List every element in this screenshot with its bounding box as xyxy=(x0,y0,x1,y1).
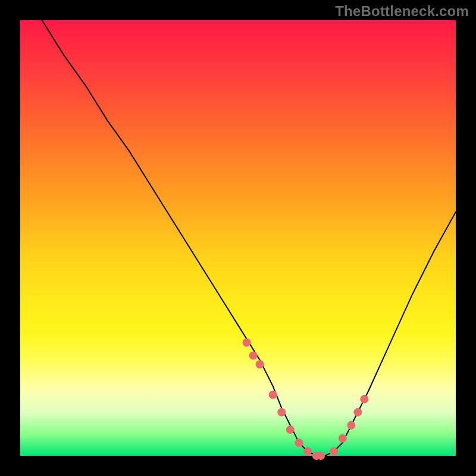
highlight-dot xyxy=(339,434,347,443)
plot-area xyxy=(20,20,456,456)
highlight-dot xyxy=(347,421,355,430)
highlight-dot xyxy=(295,439,303,447)
highlight-dot xyxy=(353,408,362,416)
highlight-dot xyxy=(330,447,338,456)
highlight-dot xyxy=(269,391,277,399)
highlight-dot xyxy=(317,452,325,460)
highlight-dot xyxy=(286,425,295,434)
highlight-dot xyxy=(249,352,258,360)
highlight-dot xyxy=(303,447,312,456)
highlight-dot xyxy=(360,395,368,403)
highlight-dots xyxy=(243,339,369,460)
chart-svg xyxy=(20,20,456,456)
chart-frame: TheBottleneck.com xyxy=(0,0,476,476)
bottleneck-curve xyxy=(20,0,456,456)
highlight-dot xyxy=(243,339,251,347)
highlight-dot xyxy=(256,360,264,368)
watermark-text: TheBottleneck.com xyxy=(335,3,469,20)
highlight-dot xyxy=(277,408,286,416)
